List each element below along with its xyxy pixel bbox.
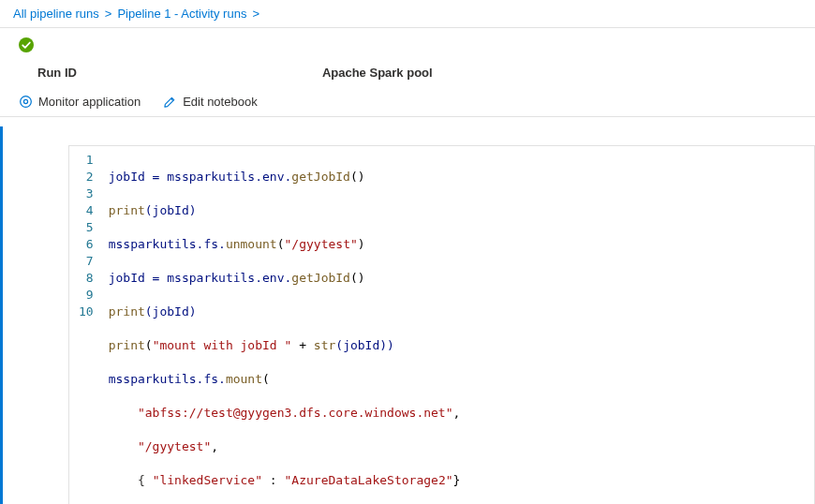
run-id-label: Run ID [37, 66, 77, 80]
breadcrumb: All pipeline runs > Pipeline 1 - Activit… [0, 0, 815, 28]
monitor-application-button[interactable]: Monitor application [19, 95, 141, 109]
pencil-icon [163, 95, 177, 109]
chevron-right-icon: > [252, 7, 259, 21]
breadcrumb-pipeline-activity[interactable]: Pipeline 1 - Activity runs [117, 7, 246, 21]
notebook-cell: 12345678910 jobId = mssparkutils.env.get… [0, 126, 815, 504]
success-check-icon [19, 37, 802, 52]
monitor-icon [19, 95, 33, 109]
edit-notebook-label: Edit notebook [183, 95, 258, 109]
spark-pool-label: Apache Spark pool [322, 66, 433, 80]
svg-point-0 [19, 37, 34, 52]
breadcrumb-all-runs[interactable]: All pipeline runs [13, 7, 99, 21]
code-editor[interactable]: jobId = mssparkutils.env.getJobId() prin… [103, 146, 467, 504]
chevron-right-icon: > [105, 7, 112, 21]
monitor-application-label: Monitor application [38, 95, 141, 109]
svg-point-2 [23, 99, 27, 103]
run-header: Run ID Apache Spark pool [0, 28, 815, 87]
edit-notebook-button[interactable]: Edit notebook [163, 95, 258, 109]
svg-point-1 [21, 96, 32, 108]
action-bar: Monitor application Edit notebook [0, 87, 815, 117]
line-gutter: 12345678910 [69, 146, 103, 504]
